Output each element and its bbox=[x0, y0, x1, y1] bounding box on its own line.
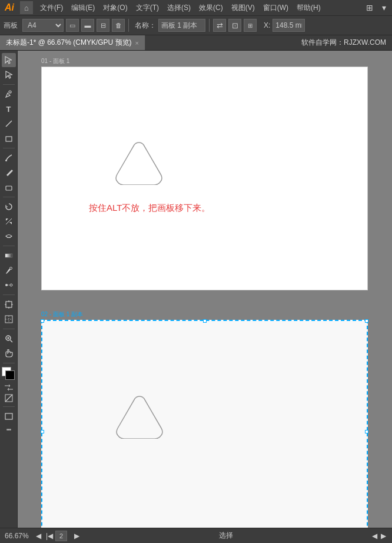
main-area: T bbox=[0, 51, 392, 528]
warp-tool[interactable] bbox=[2, 229, 16, 243]
menu-type[interactable]: 文字(T) bbox=[132, 2, 162, 14]
pen-tool[interactable] bbox=[2, 87, 16, 101]
svg-rect-11 bbox=[6, 302, 12, 307]
menu-window[interactable]: 窗口(W) bbox=[260, 2, 292, 14]
menu-view[interactable]: 视图(V) bbox=[228, 2, 258, 14]
panel-label: 画板 bbox=[4, 21, 18, 31]
scale-tool[interactable] bbox=[2, 214, 16, 229]
qr-icon[interactable]: ⊞ bbox=[244, 19, 257, 32]
artboard1-canvas[interactable]: 按住ALT不放，把画板移下来。 bbox=[41, 67, 368, 290]
paintbrush-tool[interactable] bbox=[2, 151, 16, 165]
artboard-name-input[interactable] bbox=[158, 19, 205, 32]
svg-point-3 bbox=[5, 160, 7, 161]
artboard2-container: 02 - 面板 1 副本 bbox=[41, 310, 371, 528]
type-tool[interactable]: T bbox=[2, 102, 16, 116]
status-bar: 66.67% ◀ |◀ ▶ 选择 ◀ ▶ bbox=[0, 528, 392, 543]
menu-edit[interactable]: 编辑(E) bbox=[68, 2, 98, 14]
more-tools[interactable]: ••• bbox=[6, 426, 11, 433]
canvas-area[interactable]: 01 - 面板 1 按住ALT不放，把画板移下来。 02 - 面板 1 副本 bbox=[18, 51, 392, 528]
landscape-btn[interactable]: ▬ bbox=[81, 19, 94, 32]
handle-mid-right[interactable] bbox=[365, 430, 368, 433]
left-toolbar: T bbox=[0, 51, 18, 528]
menu-bar: Ai ⌂ 文件(F) 编辑(E) 对象(O) 文字(T) 选择(S) 效果(C)… bbox=[0, 0, 392, 15]
tool-separator6 bbox=[3, 329, 15, 329]
svg-point-0 bbox=[9, 91, 11, 93]
artboard-toolbar: 画板 A4 A3 Letter ▭ ▬ ⊟ 🗑 名称： ⇄ ⊡ ⊞ X: bbox=[0, 15, 392, 35]
artboard1-container: 01 - 面板 1 按住ALT不放，把画板移下来。 bbox=[41, 57, 371, 290]
home-icon[interactable]: ⌂ bbox=[20, 1, 33, 14]
close-tab-btn[interactable]: × bbox=[135, 39, 139, 47]
shape-tool[interactable] bbox=[2, 131, 16, 145]
x-label: X: bbox=[264, 21, 270, 29]
handle-top-center[interactable] bbox=[203, 319, 207, 323]
svg-rect-25 bbox=[5, 413, 12, 419]
status-label: 选择 bbox=[219, 531, 233, 541]
toolbar-divider2 bbox=[209, 19, 210, 32]
tool-separator2 bbox=[3, 148, 15, 148]
grid-icon[interactable]: ⊞ bbox=[364, 2, 376, 14]
artboard1-text: 按住ALT不放，把画板移下来。 bbox=[89, 203, 210, 214]
direct-selection-tool[interactable] bbox=[2, 68, 16, 82]
status-scroll-left[interactable]: ◀ bbox=[371, 532, 378, 540]
menu-effect[interactable]: 效果(C) bbox=[195, 2, 227, 14]
pencil-tool[interactable] bbox=[2, 165, 16, 180]
page-prev-indicator: |◀ bbox=[46, 532, 53, 540]
blend-tool[interactable] bbox=[2, 278, 16, 292]
triangle2-svg bbox=[113, 392, 166, 439]
fit-artboard-btn[interactable]: ⊡ bbox=[228, 19, 241, 32]
eraser-tool[interactable] bbox=[2, 180, 16, 194]
eyedropper-tool[interactable] bbox=[2, 263, 16, 277]
stroke-swatch[interactable] bbox=[5, 370, 15, 380]
tool-separator4 bbox=[3, 246, 15, 246]
svg-point-9 bbox=[10, 284, 12, 286]
svg-line-1 bbox=[6, 121, 12, 127]
menu-help[interactable]: 帮助(H) bbox=[293, 2, 324, 14]
move-artboard-btn[interactable]: ⇄ bbox=[213, 19, 226, 32]
status-right-controls: ◀ ▶ bbox=[371, 532, 387, 540]
handle-mid-left[interactable] bbox=[41, 430, 44, 433]
next-page-btn[interactable]: ▶ bbox=[73, 532, 81, 540]
artboard2-canvas[interactable] bbox=[41, 320, 368, 528]
portrait-btn[interactable]: ▭ bbox=[66, 19, 79, 32]
artboard-tool[interactable] bbox=[2, 297, 16, 312]
page-indicator: |◀ bbox=[46, 531, 69, 541]
handle-top-left[interactable] bbox=[41, 319, 44, 323]
svg-rect-2 bbox=[6, 137, 12, 141]
tool-separator7 bbox=[3, 363, 15, 363]
rotate-tool[interactable] bbox=[2, 200, 16, 214]
menu-file[interactable]: 文件(F) bbox=[36, 2, 67, 14]
tab-bar: 未标题-1* @ 66.67% (CMYK/GPU 预览) × 软件自学网：RJ… bbox=[0, 35, 392, 51]
zoom-level: 66.67% bbox=[5, 532, 31, 540]
delete-artboard-btn[interactable]: 🗑 bbox=[112, 19, 125, 32]
hand-tool[interactable] bbox=[2, 346, 16, 360]
status-scroll-right[interactable]: ▶ bbox=[380, 532, 387, 540]
size-select[interactable]: A4 A3 Letter bbox=[22, 19, 64, 32]
artboard-options-btn[interactable]: ⊟ bbox=[97, 19, 109, 32]
tool-separator3 bbox=[3, 197, 15, 197]
selection-tool[interactable] bbox=[2, 53, 16, 67]
color-swatches[interactable] bbox=[2, 367, 16, 381]
menu-object[interactable]: 对象(O) bbox=[99, 2, 131, 14]
tab-title: 未标题-1* @ 66.67% (CMYK/GPU 预览) bbox=[6, 38, 132, 48]
change-screen-mode-btn[interactable] bbox=[2, 409, 16, 423]
gradient-tool[interactable] bbox=[2, 249, 16, 263]
document-tab[interactable]: 未标题-1* @ 66.67% (CMYK/GPU 预览) × bbox=[0, 35, 145, 50]
x-input[interactable] bbox=[273, 19, 305, 32]
page-input[interactable] bbox=[55, 531, 67, 541]
site-info: 软件自学网：RJZXW.COM bbox=[301, 38, 386, 48]
artboard1-label: 01 - 面板 1 bbox=[41, 57, 69, 65]
handle-top-right[interactable] bbox=[365, 319, 368, 323]
triangle1-wrapper[interactable] bbox=[112, 138, 165, 185]
line-tool[interactable] bbox=[2, 117, 16, 131]
slice-tool[interactable] bbox=[2, 312, 16, 326]
triangle2-wrapper[interactable] bbox=[113, 392, 166, 439]
svg-point-7 bbox=[9, 267, 12, 270]
none-swatch[interactable] bbox=[5, 394, 13, 404]
prev-page-btn[interactable]: ◀ bbox=[35, 532, 42, 540]
zoom-tool[interactable] bbox=[2, 332, 16, 346]
menu-select[interactable]: 选择(S) bbox=[164, 2, 194, 14]
svg-point-8 bbox=[5, 284, 8, 286]
triangle1-svg bbox=[112, 138, 165, 185]
swap-icon[interactable] bbox=[4, 384, 14, 392]
chevron-down-icon[interactable]: ▾ bbox=[378, 2, 390, 14]
